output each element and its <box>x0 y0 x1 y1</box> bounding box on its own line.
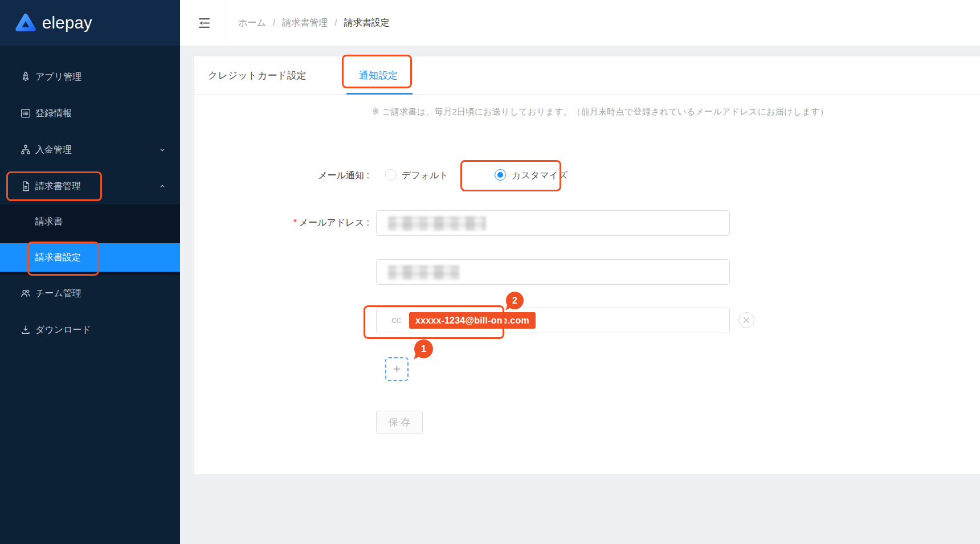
cc-email-highlight-badge: xxxxx-1234@bill-one.com <box>409 312 536 329</box>
cc-prefix: cc <box>391 314 401 326</box>
sidebar-item-label: 請求書設定 <box>35 252 81 264</box>
annotation-bubble-2: 2 <box>506 292 524 309</box>
sidebar-item-registration-info[interactable]: 登録情報 <box>0 95 180 132</box>
breadcrumb-current-page: 請求書設定 <box>344 17 390 29</box>
sidebar-item-deposit-management[interactable]: 入金管理 <box>0 132 180 168</box>
sidebar-item-invoice[interactable]: 請求書 <box>0 203 180 240</box>
sidebar-item-invoice-management[interactable]: 請求書管理 <box>0 168 180 204</box>
close-icon <box>742 316 750 324</box>
breadcrumb: ホーム / 請求書管理 / 請求書設定 <box>238 0 390 46</box>
save-button[interactable]: 保 存 <box>376 411 423 433</box>
sidebar: elepay アプリ管理 登録情報 入金管理 <box>0 0 180 544</box>
brand-logo[interactable]: elepay <box>0 0 180 46</box>
sidebar-item-label: 請求書管理 <box>35 181 81 193</box>
tab-bar: クレジットカード設定 通知設定 <box>194 56 980 95</box>
radio-customize[interactable] <box>495 169 506 181</box>
sidebar-item-label: ダウンロード <box>35 324 91 336</box>
chevron-down-icon <box>158 146 166 154</box>
download-icon <box>19 324 32 336</box>
email-input-2[interactable] <box>376 259 730 285</box>
tab-credit-card-settings[interactable]: クレジットカード設定 <box>208 56 307 95</box>
team-icon <box>19 287 32 300</box>
sidebar-item-app-management[interactable]: アプリ管理 <box>0 59 180 95</box>
sidebar-item-team-management[interactable]: チーム管理 <box>0 275 180 312</box>
email-input-1[interactable] <box>376 210 730 236</box>
mail-notify-label: メール通知 : <box>228 170 369 182</box>
plus-icon: + <box>393 362 401 377</box>
radio-customize-label[interactable]: カスタマイズ <box>512 170 567 182</box>
brand-name: elepay <box>42 14 92 32</box>
annotation-bubble-1: 1 <box>414 340 433 358</box>
required-asterisk: * <box>293 218 297 227</box>
rocket-icon <box>19 71 32 83</box>
header-divider <box>226 0 226 46</box>
remove-email-button[interactable] <box>738 312 754 328</box>
radio-default-label[interactable]: デフォルト <box>402 170 448 182</box>
annotation-number: 1 <box>421 343 426 355</box>
menu-collapse-icon[interactable] <box>197 15 212 31</box>
file-text-icon <box>19 180 32 193</box>
breadcrumb-separator: / <box>334 18 337 28</box>
app-window: elepay アプリ管理 登録情報 入金管理 <box>0 0 980 544</box>
sidebar-item-download[interactable]: ダウンロード <box>0 312 180 348</box>
sidebar-item-label: 入金管理 <box>35 144 72 156</box>
top-header: ホーム / 請求書管理 / 請求書設定 <box>180 0 980 46</box>
breadcrumb-separator: / <box>273 18 275 28</box>
redacted-email-2 <box>388 265 460 280</box>
save-button-label: 保 存 <box>389 416 411 429</box>
sidebar-item-label: アプリ管理 <box>35 71 81 83</box>
sidebar-item-label: チーム管理 <box>35 288 81 300</box>
breadcrumb-invoice-management[interactable]: 請求書管理 <box>282 17 328 29</box>
sidebar-item-invoice-settings[interactable]: 請求書設定 <box>0 239 180 276</box>
active-tab-indicator <box>346 93 413 95</box>
email-address-label: *メールアドレス : <box>217 217 369 229</box>
chevron-up-icon <box>158 182 166 190</box>
cluster-icon <box>19 144 32 156</box>
elepay-triangle-icon <box>15 13 36 33</box>
billing-note: ※ ご請求書は、毎月2日頃にお送りしております。（前月末時点で登録されているメー… <box>372 107 828 117</box>
annotation-number: 2 <box>512 296 517 306</box>
tab-notification-settings[interactable]: 通知設定 <box>359 56 398 95</box>
add-email-button[interactable]: + <box>385 357 409 381</box>
breadcrumb-home[interactable]: ホーム <box>238 17 266 29</box>
email-address-label-text: メールアドレス : <box>299 218 369 227</box>
sidebar-item-label: 請求書 <box>35 216 63 228</box>
profile-icon <box>19 107 32 120</box>
radio-default[interactable] <box>385 169 397 181</box>
sidebar-item-label: 登録情報 <box>35 108 72 120</box>
redacted-email-1 <box>388 216 486 231</box>
